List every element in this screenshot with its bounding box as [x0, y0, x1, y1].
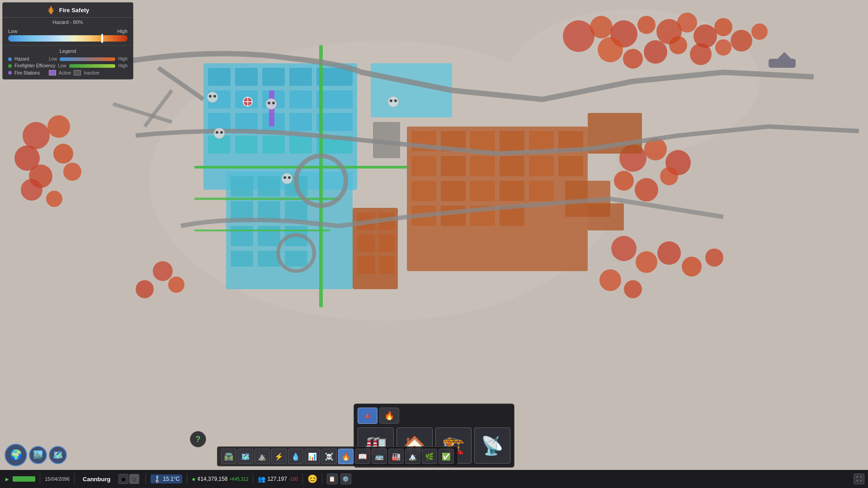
hazard-subtitle: Hazard - 80%: [3, 18, 133, 27]
svg-point-1: [149, 41, 619, 321]
svg-rect-65: [379, 234, 395, 252]
svg-rect-20: [235, 136, 258, 154]
thermometer-icon: 🌡️: [153, 475, 161, 483]
main-toolbar: 🛣️ 🗺️ ⛰️ ⚡ 💧 📊 ☠️ 🔥 📖 🚌 🏭 🏔️ 🌿 ✅: [217, 446, 458, 466]
svg-point-134: [390, 99, 392, 102]
industry-icon: 🏭: [392, 452, 401, 461]
svg-point-79: [623, 49, 643, 69]
svg-point-93: [682, 257, 702, 277]
speed-indicator: [13, 476, 35, 482]
toolbar-checkmark-btn[interactable]: ✅: [439, 449, 454, 464]
electricity-icon: ⚡: [274, 452, 283, 461]
toolbar-fire-btn[interactable]: 🔥: [338, 449, 354, 464]
panel-title: Fire Safety: [59, 7, 89, 14]
svg-rect-50: [529, 156, 554, 176]
stats-icon: 📊: [308, 452, 317, 461]
toolbar-water-btn[interactable]: 💧: [288, 449, 303, 464]
svg-rect-48: [470, 156, 495, 176]
svg-rect-29: [258, 201, 280, 221]
hazard-high-label: High: [117, 28, 127, 34]
svg-rect-49: [500, 156, 524, 176]
play-button[interactable]: ▶: [4, 475, 11, 483]
svg-point-91: [636, 251, 657, 273]
city-view-button[interactable]: 🏙️: [29, 446, 47, 464]
tab-fire-safety[interactable]: 🔺: [358, 408, 377, 424]
building-item-4[interactable]: 📡: [474, 427, 510, 464]
hazard-bar[interactable]: [8, 35, 127, 42]
toolbar-parks-btn[interactable]: 🌿: [422, 449, 437, 464]
toolbar-terrain-btn[interactable]: ⛰️: [255, 449, 270, 464]
svg-point-136: [243, 97, 252, 106]
svg-rect-61: [353, 208, 398, 289]
population-value: 127,197: [267, 476, 287, 482]
globe-icon: 🌍: [10, 449, 22, 461]
map-mode-2[interactable]: ◻: [129, 474, 139, 484]
svg-point-92: [657, 241, 681, 265]
svg-point-116: [278, 235, 314, 271]
tab-triangle-icon: 🔺: [363, 411, 373, 421]
toolbar-electricity-btn[interactable]: ⚡: [271, 449, 287, 464]
svg-rect-56: [529, 181, 554, 201]
help-button[interactable]: ?: [190, 431, 206, 447]
date-display: 15/04/2096: [45, 476, 70, 482]
svg-rect-15: [235, 113, 258, 131]
station-inactive-swatch: [74, 70, 81, 75]
svg-marker-140: [778, 52, 791, 59]
svg-point-71: [637, 16, 656, 34]
svg-rect-16: [262, 113, 285, 131]
toolbar-roads-btn[interactable]: 🛣️: [221, 449, 236, 464]
hazard-bar-container: Low High: [3, 27, 133, 45]
fire-stations-legend-row: Fire Stations Active Inactive: [8, 70, 127, 75]
toolbar-policy-btn[interactable]: 📖: [355, 449, 370, 464]
fire-safety-panel: Fire Safety Hazard - 80% Low High Legend…: [2, 2, 133, 80]
map-mode-1[interactable]: ◼: [118, 474, 128, 484]
fire-safety-icon: 🔥: [341, 452, 350, 461]
toolbar-zones-btn[interactable]: 🗺️: [238, 449, 253, 464]
temperature-display: 🌡️ 15.1°C: [151, 474, 182, 483]
svg-rect-46: [411, 156, 436, 176]
fullscreen-button[interactable]: ⛶: [854, 474, 864, 484]
district-view-button[interactable]: 🗺️: [49, 446, 67, 464]
svg-rect-23: [316, 136, 353, 154]
svg-rect-64: [357, 234, 375, 252]
check-icon: ✅: [442, 452, 451, 461]
svg-point-106: [168, 277, 184, 293]
svg-rect-6: [262, 68, 285, 86]
svg-rect-4: [208, 68, 231, 86]
legend-hazard-row: Hazard Low High: [8, 56, 127, 61]
svg-point-99: [14, 145, 40, 171]
svg-rect-8: [316, 68, 353, 86]
svg-point-100: [53, 144, 73, 164]
terrain-icon: ⛰️: [258, 452, 267, 461]
legend-stations-label: Fire Stations: [14, 70, 46, 75]
svg-point-89: [660, 167, 678, 185]
svg-rect-59: [470, 206, 495, 226]
globe-view-button[interactable]: 🌍: [5, 444, 27, 466]
happiness-icon: 😊: [307, 474, 317, 484]
svg-point-130: [282, 173, 292, 184]
svg-rect-108: [588, 113, 642, 154]
toolbar-transport-btn[interactable]: 🚌: [372, 449, 387, 464]
toolbar-industry-btn[interactable]: 🏭: [388, 449, 404, 464]
svg-rect-3: [203, 63, 357, 190]
svg-point-86: [665, 150, 691, 175]
svg-rect-42: [470, 131, 495, 151]
tab-fire[interactable]: 🔥: [379, 408, 399, 424]
svg-rect-51: [558, 156, 583, 176]
info-button-2[interactable]: ⚙️: [340, 474, 351, 484]
panel-header: Fire Safety: [3, 3, 133, 18]
svg-point-121: [207, 92, 218, 103]
svg-point-131: [283, 176, 286, 179]
info-button-1[interactable]: 📋: [327, 474, 338, 484]
legend-inactive-label: Inactive: [84, 70, 99, 75]
toolbar-stats-btn[interactable]: 📊: [305, 449, 320, 464]
money-change: +¢45,312: [229, 477, 248, 482]
toolbar-monuments-btn[interactable]: 🏔️: [405, 449, 420, 464]
water-icon: 💧: [291, 452, 300, 461]
svg-rect-7: [289, 68, 312, 86]
svg-rect-37: [371, 63, 452, 117]
toolbar-disaster-btn[interactable]: ☠️: [321, 449, 337, 464]
svg-point-128: [216, 131, 218, 134]
city-icon: 🏙️: [33, 450, 43, 460]
hazard-dot: [8, 57, 12, 61]
